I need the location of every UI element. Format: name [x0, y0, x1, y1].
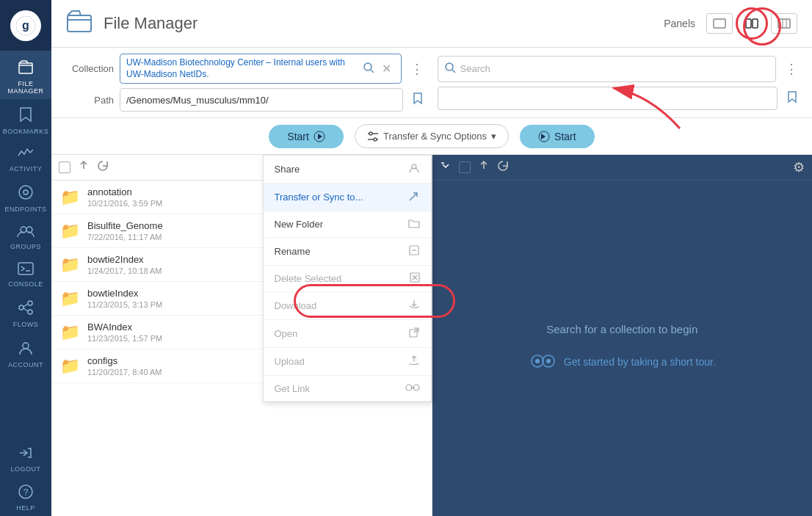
context-menu-item-new-folder[interactable]: New Folder: [264, 211, 431, 238]
context-menu-item-rename[interactable]: Rename: [264, 238, 431, 266]
logo-icon[interactable]: g: [10, 10, 41, 41]
right-panel-controls: Search ⋮: [438, 56, 802, 110]
svg-point-31: [369, 132, 372, 135]
sidebar-item-logout[interactable]: LOGOUT: [0, 438, 51, 477]
sidebar-item-console[interactable]: CONSOLE: [0, 255, 51, 292]
path-row: Path /Genomes/Mus_musculus/mm10/: [62, 88, 427, 112]
dual-panel-button[interactable]: [736, 7, 768, 40]
left-file-panel: ⚙ 📁 annotation 10/21/2016, 3:59 PM — 📁 B…: [51, 155, 432, 516]
sidebar-item-help[interactable]: ? HELP: [0, 477, 51, 516]
right-panel-empty-state: Search for a collection to begin Get sta…: [432, 181, 813, 516]
svg-marker-29: [318, 134, 322, 139]
right-path-input[interactable]: [438, 87, 778, 110]
transfer-options-button[interactable]: Transfer & Sync Options ▾: [355, 124, 509, 148]
sidebar-item-flows[interactable]: FLOWS: [0, 292, 51, 333]
sidebar-item-groups[interactable]: GROUPS: [0, 217, 51, 255]
svg-line-37: [410, 193, 417, 200]
rename-label: Rename: [275, 246, 311, 257]
svg-rect-7: [18, 263, 33, 275]
svg-point-3: [19, 186, 32, 199]
bookmarks-icon: [19, 106, 32, 125]
folder-icon: 📁: [60, 188, 80, 207]
right-up-arrow-icon[interactable]: [478, 160, 490, 175]
get-link-label: Get Link: [275, 383, 310, 394]
right-select-all-checkbox[interactable]: [459, 161, 471, 173]
sidebar-item-activity[interactable]: ACTIVITY: [0, 139, 51, 177]
sidebar-logo: g: [0, 0, 51, 51]
sidebar-item-file-manager-label: FILE MANAGER: [4, 80, 48, 95]
context-menu-item-share[interactable]: Share: [264, 156, 431, 183]
tour-icon: [529, 350, 558, 374]
refresh-icon[interactable]: [97, 160, 109, 175]
transfer-icon: [408, 190, 420, 204]
svg-point-52: [535, 359, 540, 363]
svg-point-4: [23, 190, 28, 195]
svg-point-10: [28, 301, 32, 305]
svg-text:?: ?: [23, 487, 29, 498]
search-input-wrap[interactable]: Search: [438, 56, 777, 82]
logout-icon: [18, 446, 33, 462]
right-path-bookmark-icon[interactable]: [783, 89, 801, 108]
left-panel-controls: Collection UW-Madison Biotechnology Cent…: [62, 54, 427, 112]
file-manager-icon: [18, 59, 34, 77]
svg-line-27: [452, 70, 455, 73]
triple-panel-button[interactable]: [771, 13, 797, 34]
start-left-button[interactable]: Start: [269, 125, 344, 148]
open-label: Open: [275, 328, 298, 339]
context-menu-item-download[interactable]: Download: [264, 292, 431, 320]
collection-input[interactable]: UW-Madison Biotechnology Center – Intern…: [120, 54, 402, 84]
right-panel-empty-message: Search for a collection to begin: [546, 323, 697, 335]
sidebar-item-bookmarks[interactable]: BOOKMARKS: [0, 99, 51, 139]
context-menu-item-get-link[interactable]: Get Link: [264, 376, 431, 401]
collection-clear-icon[interactable]: ✕: [378, 60, 395, 77]
collection-menu-icon[interactable]: ⋮: [407, 61, 427, 77]
context-menu-item-transfer[interactable]: Transfer or Sync to...: [264, 183, 431, 211]
file-manager-header-icon: [66, 8, 93, 40]
sidebar-item-endpoints[interactable]: ENDPOINTS: [0, 177, 51, 217]
svg-line-25: [371, 70, 374, 73]
expand-icon[interactable]: [440, 160, 452, 175]
svg-point-24: [364, 63, 371, 70]
svg-rect-17: [68, 15, 91, 32]
sidebar-item-file-manager[interactable]: FILE MANAGER: [0, 51, 51, 99]
svg-point-14: [23, 343, 29, 349]
account-icon: [18, 340, 34, 358]
download-icon: [408, 299, 420, 313]
context-menu-item-upload[interactable]: Upload: [264, 348, 431, 376]
up-arrow-icon[interactable]: [78, 160, 90, 175]
collection-search-icon[interactable]: [359, 60, 378, 78]
share-icon: [408, 162, 420, 176]
svg-point-26: [446, 63, 453, 70]
svg-rect-20: [753, 19, 758, 28]
transfer-bar: Start Transfer & Sync Options ▾ Start: [51, 118, 812, 155]
groups-icon: [17, 225, 35, 240]
rename-icon: [408, 244, 420, 258]
right-panel-menu-icon[interactable]: ⋮: [782, 61, 801, 77]
path-value: /Genomes/Mus_musculus/mm10/: [126, 95, 269, 106]
svg-marker-35: [541, 134, 545, 139]
delete-icon: [410, 272, 420, 285]
single-panel-button[interactable]: [706, 13, 733, 34]
panel-buttons-group: [706, 7, 797, 40]
download-label: Download: [275, 300, 317, 311]
svg-rect-2: [19, 63, 32, 73]
folder-icon: 📁: [60, 357, 80, 376]
main-area: Collection UW-Madison Biotechnology Cent…: [51, 48, 812, 516]
svg-point-54: [546, 359, 551, 363]
right-refresh-icon[interactable]: [497, 160, 509, 175]
path-bookmark-icon[interactable]: [409, 90, 427, 109]
folder-icon: 📁: [60, 323, 80, 342]
context-menu-item-open[interactable]: Open: [264, 320, 431, 348]
start-right-button[interactable]: Start: [520, 125, 595, 148]
help-icon: ?: [18, 484, 33, 501]
path-input[interactable]: /Genomes/Mus_musculus/mm10/: [120, 88, 403, 112]
context-menu-item-delete[interactable]: Delete Selected: [264, 266, 431, 292]
select-all-checkbox[interactable]: [59, 161, 70, 173]
svg-line-13: [23, 308, 28, 311]
right-panel-tour-link[interactable]: Get started by taking a short tour.: [529, 350, 716, 374]
sidebar-item-account[interactable]: ACCOUNT: [0, 333, 51, 373]
upload-label: Upload: [275, 356, 305, 367]
sidebar-item-endpoints-label: ENDPOINTS: [4, 206, 46, 213]
right-settings-icon[interactable]: ⚙: [793, 159, 805, 175]
search-icon: [444, 62, 456, 76]
